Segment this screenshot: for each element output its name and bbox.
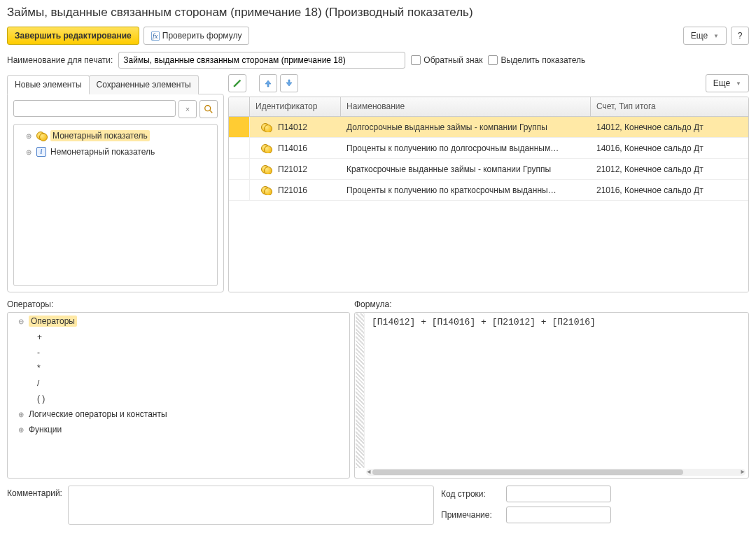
chevron-down-icon: ▼ xyxy=(736,80,741,87)
clear-search-button[interactable]: × xyxy=(178,100,197,118)
more-label: Еще xyxy=(691,31,708,41)
coins-icon xyxy=(261,165,271,174)
page-title: Займы, выданные связанным сторонам (прим… xyxy=(7,6,749,20)
operator-item[interactable]: ( ) xyxy=(8,391,349,406)
row-code-input[interactable] xyxy=(506,486,611,502)
arrow-up-icon xyxy=(264,79,272,87)
expand-icon[interactable]: ⊕ xyxy=(25,132,32,140)
cell-identifier: П21012 xyxy=(250,164,341,174)
cell-name: Проценты к получению по краткосрочным вы… xyxy=(341,185,591,195)
column-account[interactable]: Счет, Тип итога xyxy=(591,97,748,116)
comment-textarea[interactable] xyxy=(68,486,434,525)
row-code-label: Код строки: xyxy=(441,489,500,499)
operator-symbol: ( ) xyxy=(37,394,45,404)
check-formula-button[interactable]: fx Проверить формулу xyxy=(144,27,250,45)
arrow-down-icon xyxy=(285,79,293,87)
tree-item-monetary[interactable]: ⊕ Монетарный показатель xyxy=(14,127,217,144)
cell-account: 14016, Конечное сальдо Дт xyxy=(591,143,748,153)
note-label: Примечание: xyxy=(441,510,500,520)
expand-icon[interactable]: ⊕ xyxy=(18,426,24,434)
operator-item[interactable]: * xyxy=(8,360,349,376)
table-row[interactable]: П14016Проценты к получению по долгосрочн… xyxy=(229,138,748,159)
operators-root[interactable]: ⊖ Операторы xyxy=(8,313,349,330)
operator-item[interactable]: / xyxy=(8,376,349,391)
grid-body[interactable]: П14012Долгосрочные выданные займы - комп… xyxy=(229,117,748,292)
coins-icon xyxy=(261,123,271,132)
collapse-icon[interactable]: ⊖ xyxy=(18,318,24,325)
operators-panel: Операторы: ⊖ Операторы +-*/( ) ⊕ Логичес… xyxy=(7,299,350,479)
highlight-indicator-checkbox[interactable]: Выделить показатель xyxy=(488,55,585,65)
operators-logical[interactable]: ⊕ Логические операторы и константы xyxy=(8,406,349,422)
expand-icon[interactable]: ⊕ xyxy=(18,411,24,418)
operators-functions[interactable]: ⊕ Функции xyxy=(8,422,349,437)
row-marker xyxy=(229,180,250,200)
move-up-button[interactable] xyxy=(259,74,277,92)
pencil-icon xyxy=(232,78,242,88)
checkbox-box xyxy=(488,55,498,65)
tree-item-label: Немонетарный показатель xyxy=(50,147,155,157)
column-marker[interactable] xyxy=(229,97,250,116)
cell-identifier: П14016 xyxy=(250,143,341,153)
info-icon: i xyxy=(36,147,46,157)
operators-label: Операторы: xyxy=(7,299,350,309)
operators-tree[interactable]: ⊖ Операторы +-*/( ) ⊕ Логические операто… xyxy=(7,312,350,479)
search-input[interactable] xyxy=(13,100,176,117)
move-down-button[interactable] xyxy=(280,74,298,92)
expand-icon[interactable]: ⊕ xyxy=(25,148,32,156)
print-name-input[interactable] xyxy=(118,52,405,69)
operators-root-label: Операторы xyxy=(29,316,77,327)
formula-icon: fx xyxy=(151,31,160,41)
edit-button[interactable] xyxy=(228,74,246,92)
table-row[interactable]: П21016Проценты к получению по краткосроч… xyxy=(229,180,748,201)
horizontal-scrollbar[interactable]: ◄ ► xyxy=(366,469,746,476)
cell-name: Долгосрочные выданные займы - компании Г… xyxy=(341,122,591,132)
operators-logical-label: Логические операторы и константы xyxy=(29,409,167,419)
formula-label: Формула: xyxy=(354,299,749,309)
reverse-sign-checkbox[interactable]: Обратный знак xyxy=(411,55,482,65)
note-input[interactable] xyxy=(506,507,611,523)
operator-symbol: * xyxy=(37,363,41,373)
scroll-left-icon[interactable]: ◄ xyxy=(366,469,372,476)
tab-saved-elements[interactable]: Сохраненные элементы xyxy=(89,75,199,94)
coins-icon xyxy=(261,186,271,194)
row-marker xyxy=(229,159,250,179)
tab-new-elements[interactable]: Новые элементы xyxy=(7,75,90,94)
cell-name: Проценты к получению по долгосрочным выд… xyxy=(341,143,591,153)
check-formula-label: Проверить формулу xyxy=(162,31,242,41)
cell-account: 21016, Конечное сальдо Дт xyxy=(591,185,748,195)
formula-editor[interactable]: [П14012] + [П14016] + [П21012] + [П21016… xyxy=(354,312,749,479)
cell-identifier: П14012 xyxy=(250,122,341,132)
main-toolbar: Завершить редактирование fx Проверить фо… xyxy=(7,27,749,45)
cell-identifier: П21016 xyxy=(250,185,341,195)
coins-icon xyxy=(36,132,46,140)
formula-panel: Формула: [П14012] + [П14016] + [П21012] … xyxy=(354,299,749,479)
indicator-tree[interactable]: ⊕ Монетарный показатель ⊕ i Немонетарный… xyxy=(13,124,218,286)
scroll-right-icon[interactable]: ► xyxy=(740,469,746,476)
reverse-sign-label: Обратный знак xyxy=(424,55,482,65)
operator-symbol: - xyxy=(37,348,40,358)
operator-item[interactable]: + xyxy=(8,330,349,345)
chevron-down-icon: ▼ xyxy=(713,33,719,39)
row-marker xyxy=(229,117,250,137)
table-row[interactable]: П14012Долгосрочные выданные займы - комп… xyxy=(229,117,748,138)
search-button[interactable] xyxy=(200,100,218,118)
help-button[interactable]: ? xyxy=(731,27,749,45)
operator-item[interactable]: - xyxy=(8,345,349,360)
column-identifier[interactable]: Идентификатор xyxy=(250,97,341,116)
column-name[interactable]: Наименование xyxy=(341,97,591,116)
tree-item-nonmonetary[interactable]: ⊕ i Немонетарный показатель xyxy=(14,144,217,160)
print-name-label: Наименование для печати: xyxy=(7,55,113,65)
scrollbar-thumb[interactable] xyxy=(372,469,683,475)
more-label: Еще xyxy=(713,78,730,88)
operators-functions-label: Функции xyxy=(29,425,62,434)
finish-editing-button[interactable]: Завершить редактирование xyxy=(7,27,139,45)
components-more-button[interactable]: Еще ▼ xyxy=(706,74,749,92)
checkbox-box xyxy=(411,55,421,65)
operator-symbol: + xyxy=(37,332,42,342)
cell-account: 14012, Конечное сальдо Дт xyxy=(591,122,748,132)
more-button[interactable]: Еще ▼ xyxy=(683,27,727,45)
svg-line-1 xyxy=(210,111,213,113)
table-row[interactable]: П21012Краткосрочные выданные займы - ком… xyxy=(229,159,748,180)
elements-panel: Новые элементы Сохраненные элементы × ⊕ … xyxy=(7,74,224,292)
svg-point-0 xyxy=(205,106,211,111)
